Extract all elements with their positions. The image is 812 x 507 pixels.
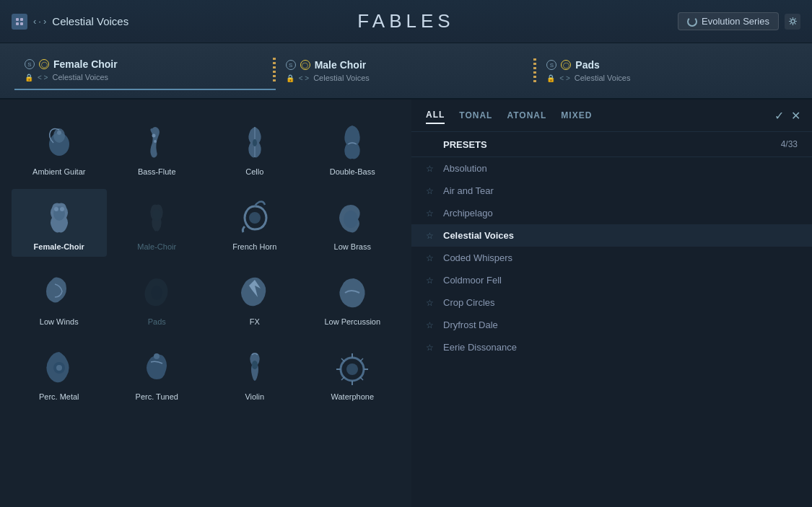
instrument-bass-flute[interactable]: Bass-Flute [110, 114, 205, 182]
preset-name-dryfrost-dale: Dryfrost Dale [443, 319, 798, 330]
pads-label: Pads [148, 317, 166, 326]
svg-point-9 [154, 140, 157, 143]
male-choir-label: Male-Choir [137, 242, 176, 251]
preset-name-archipelago: Archipelago [443, 208, 798, 219]
instrument-low-brass[interactable]: Low Brass [305, 189, 401, 257]
nav-forward[interactable]: › [43, 16, 46, 27]
preset-name-eerie-dissonance: Eerie Dissonance [443, 342, 798, 353]
confirm-button[interactable]: ✓ [774, 109, 784, 123]
filter-atonal[interactable]: ATONAL [507, 107, 546, 123]
channel-name-0: Female Choir [53, 58, 118, 70]
bass-flute-icon [135, 120, 178, 163]
cello-label: Cello [245, 167, 263, 176]
channel-strip: S ◯ Female Choir 🔒 < > Celestial Voices … [0, 43, 812, 100]
waterphone-label: Waterphone [331, 392, 374, 401]
right-panel: ALL TONAL ATONAL MIXED ✓ ✕ ★ PRESETS 4/3… [411, 100, 812, 507]
panel-actions: ✓ ✕ [774, 109, 800, 123]
channel-power-icon-2[interactable]: ◯ [561, 60, 571, 70]
cello-icon [233, 120, 276, 163]
preset-name-crop-circles: Crop Circles [443, 297, 798, 308]
nav-arrows[interactable]: ‹ · › [33, 16, 46, 27]
instrument-female-choir[interactable]: Female-Choir [12, 189, 107, 257]
instrument-perc-tuned[interactable]: Perc. Tuned [110, 339, 205, 407]
instrument-waterphone[interactable]: Waterphone [305, 339, 401, 407]
ch-nav-2: < > [559, 74, 569, 82]
perc-metal-icon [38, 345, 81, 388]
channel-bottom-2: 🔒 < > Celestial Voices [546, 74, 787, 82]
channel-power-icon-1[interactable]: ◯ [300, 60, 310, 70]
channel-sub-0: Celestial Voices [52, 73, 108, 81]
star-celestial-voices[interactable]: ☆ [426, 231, 436, 241]
channel-s-icon-1: S [286, 60, 296, 70]
instrument-low-percussion[interactable]: Low Percussion [305, 264, 401, 332]
instrument-fx[interactable]: FX [207, 264, 302, 332]
channel-female-choir[interactable]: S ◯ Female Choir 🔒 < > Celestial Voices [14, 51, 276, 90]
preset-air-and-tear[interactable]: ☆ Air and Tear [411, 180, 812, 202]
star-eerie-dissonance[interactable]: ☆ [426, 343, 436, 353]
top-bar-left: ‹ · › Celestial Voices [12, 14, 128, 30]
channel-pads[interactable]: S ◯ Pads 🔒 < > Celestial Voices [536, 52, 798, 89]
svg-point-16 [249, 212, 261, 224]
close-button[interactable]: ✕ [791, 109, 800, 123]
instrument-french-horn[interactable]: French Horn [207, 189, 302, 257]
preset-crop-circles[interactable]: ☆ Crop Circles [411, 291, 812, 314]
french-horn-icon [233, 195, 276, 238]
channel-bottom-1: 🔒 < > Celestial Voices [286, 74, 527, 82]
preset-eerie-dissonance[interactable]: ☆ Eerie Dissonance [411, 336, 812, 358]
star-dryfrost-dale[interactable]: ☆ [426, 320, 436, 330]
ch-nav-1: < > [299, 74, 309, 82]
svg-point-4 [791, 19, 795, 23]
instrument-ambient-guitar[interactable]: Ambient Guitar [12, 114, 107, 182]
preset-list: ☆ Absolution ☆ Air and Tear ☆ Archipelag… [411, 157, 812, 507]
channel-top-0: S ◯ Female Choir [25, 58, 266, 70]
star-coded-whispers[interactable]: ☆ [426, 253, 436, 263]
preset-dryfrost-dale[interactable]: ☆ Dryfrost Dale [411, 314, 812, 336]
filter-tonal[interactable]: TONAL [459, 107, 492, 123]
low-brass-icon [331, 195, 374, 238]
breadcrumb: Celestial Voices [52, 15, 128, 27]
settings-button[interactable] [785, 14, 800, 30]
main-content: Ambient Guitar Bass-Flute Cello Double-B… [0, 100, 812, 507]
preset-coldmoor-fell[interactable]: ☆ Coldmoor Fell [411, 269, 812, 291]
star-air-and-tear[interactable]: ☆ [426, 186, 436, 196]
lock-icon-2: 🔒 [546, 74, 555, 82]
filter-all[interactable]: ALL [426, 107, 445, 124]
bass-flute-label: Bass-Flute [138, 167, 176, 176]
presets-label: PRESETS [443, 139, 781, 150]
violin-label: Violin [245, 392, 264, 401]
instrument-double-bass[interactable]: Double-Bass [305, 114, 401, 182]
preset-celestial-voices[interactable]: ☆ Celestial Voices [411, 224, 812, 247]
instrument-grid: Ambient Guitar Bass-Flute Cello Double-B… [12, 114, 400, 407]
filter-mixed[interactable]: MIXED [561, 107, 592, 123]
nav-back[interactable]: ‹ [33, 16, 36, 27]
svg-point-17 [344, 211, 358, 228]
instrument-cello[interactable]: Cello [207, 114, 302, 182]
ch-nav-0: < > [38, 74, 48, 81]
svg-point-14 [60, 207, 64, 211]
svg-point-11 [253, 139, 257, 146]
instrument-low-winds[interactable]: Low Winds [12, 264, 107, 332]
preset-archipelago[interactable]: ☆ Archipelago [411, 202, 812, 224]
star-archipelago[interactable]: ☆ [426, 208, 436, 219]
instrument-pads[interactable]: Pads [110, 264, 205, 332]
channel-power-icon[interactable]: ◯ [39, 59, 49, 69]
male-choir-icon [135, 195, 178, 238]
violin-icon [233, 345, 276, 388]
evolution-series-button[interactable]: Evolution Series [678, 12, 779, 30]
star-crop-circles[interactable]: ☆ [426, 298, 436, 308]
svg-point-13 [54, 207, 58, 211]
refresh-icon [687, 17, 697, 27]
preset-name-celestial-voices: Celestial Voices [443, 230, 798, 241]
preset-absolution[interactable]: ☆ Absolution [411, 157, 812, 180]
channel-sub-2: Celestial Voices [575, 74, 631, 82]
star-absolution[interactable]: ☆ [426, 164, 436, 174]
svg-point-18 [151, 286, 162, 300]
instrument-violin[interactable]: Violin [207, 339, 302, 407]
star-coldmoor-fell[interactable]: ☆ [426, 275, 436, 286]
svg-point-8 [152, 134, 156, 138]
preset-coded-whispers[interactable]: ☆ Coded Whispers [411, 247, 812, 269]
instrument-male-choir[interactable]: Male-Choir [110, 189, 205, 257]
channel-male-choir[interactable]: S ◯ Male Choir 🔒 < > Celestial Voices [276, 52, 537, 89]
top-bar-right: Evolution Series [678, 12, 800, 30]
instrument-perc-metal[interactable]: Perc. Metal [12, 339, 107, 407]
